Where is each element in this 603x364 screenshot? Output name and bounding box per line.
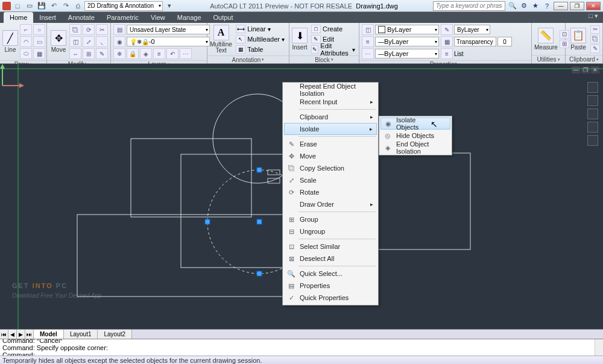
measure-button[interactable]: 📏 Measure xyxy=(534,28,558,51)
close-button[interactable]: ✕ xyxy=(586,2,601,10)
nav-showmotion-icon[interactable] xyxy=(587,135,598,146)
transparency-value[interactable] xyxy=(497,37,512,46)
nav-pan-icon[interactable] xyxy=(587,95,598,106)
mirror-icon[interactable]: ◫ xyxy=(69,36,81,47)
ctx-end-isolation[interactable]: ◈End Object Isolation xyxy=(380,142,450,154)
panel-title-utilities[interactable]: Utilities xyxy=(532,55,565,63)
mtext-button[interactable]: A Multiline Text xyxy=(210,25,232,54)
cut-icon[interactable]: ✂ xyxy=(590,25,600,34)
favorite-icon[interactable]: ★ xyxy=(531,1,540,11)
move-button[interactable]: ✥ Move xyxy=(49,30,68,53)
ctx-properties[interactable]: ▤Properties xyxy=(284,280,377,292)
paste-button[interactable]: 📋 Paste xyxy=(568,28,589,51)
tab-model[interactable]: Model xyxy=(34,330,64,339)
qat-redo-icon[interactable]: ↷ xyxy=(60,1,71,11)
ctx-quick-select[interactable]: 🔍Quick Select... xyxy=(284,268,377,280)
transparency-input[interactable] xyxy=(454,37,496,46)
layer-off-icon[interactable]: ◉ xyxy=(113,36,125,47)
qat-open-icon[interactable]: ▭ xyxy=(24,1,35,11)
lineweight-icon[interactable]: ≡ xyxy=(362,36,374,47)
nav-zoom-icon[interactable] xyxy=(587,108,598,119)
workspace-dropdown[interactable]: 2D Drafting & Annotation xyxy=(84,1,163,11)
block-editattr-button[interactable]: ✎Edit Attributes ▾ xyxy=(309,45,357,54)
rectangle-icon[interactable]: ▭ xyxy=(33,36,45,47)
copy-clip-icon[interactable]: ⿻ xyxy=(590,35,600,43)
linear-dim-button[interactable]: ⟷Linear ▾ xyxy=(234,24,286,34)
list-label[interactable]: List xyxy=(454,51,464,57)
ctx-hide-objects[interactable]: ◎Hide Objects xyxy=(380,130,450,142)
ctx-copy-selection[interactable]: ⿻Copy Selection xyxy=(284,162,377,174)
qat-undo-icon[interactable]: ↶ xyxy=(48,1,59,11)
copy-icon[interactable]: ⿻ xyxy=(69,24,81,35)
tabnav-next-icon[interactable]: ▶ xyxy=(17,330,25,339)
list-icon[interactable]: ≡ xyxy=(441,48,453,59)
scale-icon[interactable]: ⤢ xyxy=(83,36,95,47)
tabnav-first-icon[interactable]: ⏮ xyxy=(0,330,8,339)
color-icon[interactable]: ◫ xyxy=(362,24,374,35)
layer-properties-icon[interactable]: ▤ xyxy=(113,24,125,35)
tab-layout1[interactable]: Layout1 xyxy=(64,330,98,339)
ctx-group[interactable]: ⊞Group xyxy=(284,213,377,225)
multileader-button[interactable]: ↖Multileader ▾ xyxy=(234,34,286,44)
panel-title-annotation[interactable]: Annotation xyxy=(207,55,289,63)
tab-insert[interactable]: Insert xyxy=(33,12,62,23)
qat-print-icon[interactable]: ⎙ xyxy=(72,1,83,11)
rotate-icon[interactable]: ⟳ xyxy=(83,24,95,35)
insert-button[interactable]: ⬇ Insert xyxy=(292,28,308,51)
nav-orbit-icon[interactable] xyxy=(587,122,598,133)
qat-more-icon[interactable]: ▾ xyxy=(164,1,175,11)
array-icon[interactable]: ⊞ xyxy=(83,48,95,59)
hatch-icon[interactable]: ▦ xyxy=(33,48,45,59)
ctx-repeat[interactable]: Repeat End Object Isolation xyxy=(284,84,377,96)
command-prompt[interactable]: Command: xyxy=(2,351,601,356)
ctx-recent-input[interactable]: Recent Input xyxy=(284,96,377,108)
ribbon-help-icon[interactable]: □ ▾ xyxy=(584,12,603,23)
match-icon[interactable]: ✎ xyxy=(441,24,453,35)
layer-dropdown[interactable]: 💡❄🔒▫ 0 xyxy=(127,37,210,46)
nav-wheel-icon[interactable] xyxy=(587,82,598,93)
layer-freeze-icon[interactable]: ❄ xyxy=(113,48,125,59)
color-dropdown[interactable]: ByLayer xyxy=(375,25,439,34)
ctx-isolate-objects[interactable]: ◉Isolate Objects xyxy=(380,118,450,130)
layer-prev-icon[interactable]: ↶ xyxy=(166,48,178,59)
search-go-icon[interactable]: 🔍 xyxy=(508,1,517,11)
transparency-icon[interactable]: ▦ xyxy=(441,36,453,47)
ctx-ungroup[interactable]: ⊟Ungroup xyxy=(284,225,377,237)
layer-more-icon[interactable]: ⋯ xyxy=(180,48,192,59)
tab-home[interactable]: Home xyxy=(4,12,33,23)
ctx-clipboard[interactable]: Clipboard xyxy=(284,111,377,123)
ctx-select-similar[interactable]: ⊡Select Similar xyxy=(284,240,377,253)
tabnav-last-icon[interactable]: ⏭ xyxy=(25,330,34,339)
layer-state-dropdown[interactable]: Unsaved Layer State xyxy=(127,25,210,34)
polyline-icon[interactable]: ⌐ xyxy=(20,24,32,35)
tab-manage[interactable]: Manage xyxy=(171,12,207,23)
ctx-scale[interactable]: ⤢Scale xyxy=(284,174,377,186)
tab-view[interactable]: View xyxy=(145,12,171,23)
ctx-draw-order[interactable]: Draw Order xyxy=(284,198,377,210)
ellipse-icon[interactable]: ⬭ xyxy=(20,48,32,59)
ctx-move[interactable]: ✥Move xyxy=(284,150,377,162)
tab-layout2[interactable]: Layout2 xyxy=(98,330,132,339)
tabnav-prev-icon[interactable]: ◀ xyxy=(8,330,17,339)
ctx-quick-properties[interactable]: ✓Quick Properties xyxy=(284,292,377,304)
layer-lock-icon[interactable]: 🔒 xyxy=(127,48,139,59)
command-line[interactable]: Command: *Cancel* Command: Specify oppos… xyxy=(0,339,603,356)
fillet-icon[interactable]: ◟ xyxy=(96,36,108,47)
matchprop-icon[interactable]: ✎ xyxy=(590,45,600,53)
ctx-isolate[interactable]: Isolate xyxy=(284,123,377,135)
layer-iso-icon[interactable]: ◈ xyxy=(140,48,152,59)
panel-title-clipboard[interactable]: Clipboard xyxy=(566,55,602,63)
line-button[interactable]: ╱ Line xyxy=(2,30,18,53)
help-icon[interactable]: ? xyxy=(542,1,552,11)
tab-output[interactable]: Output xyxy=(207,12,239,23)
block-create-button[interactable]: □Create xyxy=(309,24,357,34)
qat-save-icon[interactable]: 💾 xyxy=(36,1,47,11)
table-button[interactable]: ▦Table xyxy=(234,45,286,54)
maximize-button[interactable]: ❐ xyxy=(570,2,584,10)
linetype-icon[interactable]: ⋯ xyxy=(362,48,374,59)
infocenter-icon[interactable]: ⚙ xyxy=(519,1,529,11)
circle-icon[interactable]: ○ xyxy=(33,24,45,35)
layer-match-icon[interactable]: ≡ xyxy=(153,48,165,59)
ctx-deselect-all[interactable]: ⊠Deselect All xyxy=(284,253,377,265)
qat-new-icon[interactable]: □ xyxy=(12,1,23,11)
